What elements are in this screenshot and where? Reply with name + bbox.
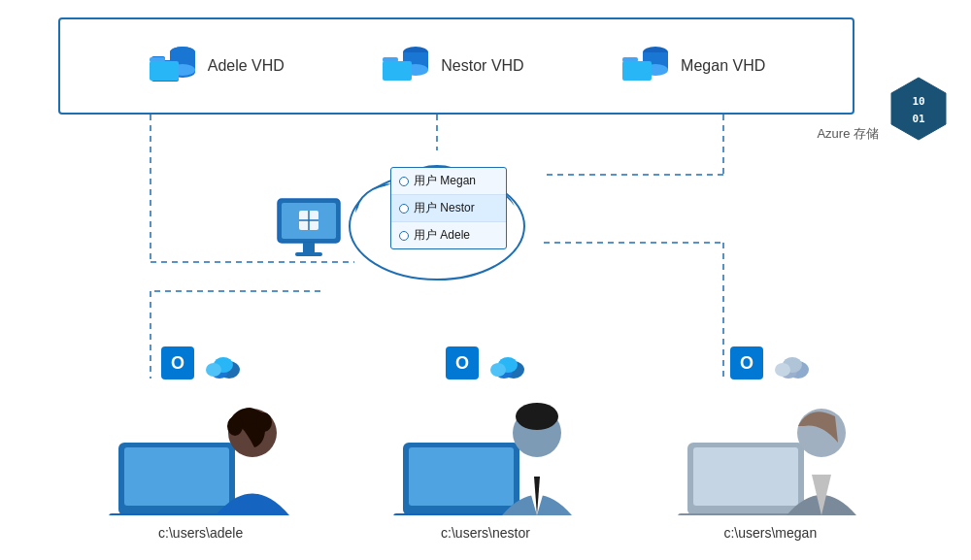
svg-text:O: O — [455, 353, 469, 373]
svg-point-59 — [256, 412, 272, 432]
svg-rect-17 — [278, 199, 340, 243]
svg-point-70 — [516, 403, 558, 430]
svg-rect-19 — [303, 243, 315, 252]
svg-point-65 — [490, 363, 506, 377]
onedrive-icon-nestor — [486, 352, 525, 379]
svg-marker-44 — [891, 78, 946, 140]
svg-point-76 — [775, 363, 790, 377]
adele-vhd-item: Adele VHD — [148, 45, 285, 87]
nestor-apps: O — [446, 346, 525, 379]
nestor-vhd-label: Nestor VHD — [441, 57, 523, 75]
outlook-icon-nestor: O — [446, 346, 479, 379]
megan-vhd-item: Megan VHD — [620, 45, 765, 87]
nestor-user-item: O — [379, 346, 592, 541]
svg-rect-21 — [299, 211, 318, 230]
user-dot-nestor — [399, 204, 409, 214]
megan-vhd-icon — [620, 45, 671, 87]
user-list-adele: 用户 Adele — [391, 222, 506, 248]
onedrive-icon-adele — [202, 352, 241, 379]
storage-box: Adele VHD Nestor VHD Megan VHD — [58, 17, 854, 115]
svg-rect-43 — [622, 61, 652, 81]
svg-point-52 — [206, 363, 221, 377]
nestor-vhd-icon — [381, 45, 431, 87]
nestor-path-label: c:\users\nestor — [441, 525, 530, 541]
svg-text:O: O — [740, 353, 753, 373]
nestor-vhd-item: Nestor VHD — [381, 45, 523, 87]
azure-hex-badge: 10 01 — [886, 76, 952, 142]
hex-svg: 10 01 — [886, 76, 952, 142]
svg-point-58 — [240, 408, 259, 425]
users-row: O — [0, 346, 971, 541]
megan-person-laptop — [678, 389, 862, 515]
nestor-person-laptop — [393, 389, 578, 515]
azure-storage-label: Azure 存储 — [817, 124, 879, 143]
adele-vhd-label: Adele VHD — [208, 57, 285, 75]
adele-apps: O — [161, 346, 241, 379]
adele-path-label: c:\users\adele — [158, 525, 243, 541]
onedrive-icon-megan — [771, 352, 810, 379]
user-list-box: 用户 Megan 用户 Nestor 用户 Adele — [390, 167, 507, 249]
svg-rect-18 — [282, 203, 336, 239]
megan-user-item: O c — [663, 346, 877, 541]
user-dot-megan — [399, 177, 409, 186]
svg-rect-20 — [295, 252, 322, 256]
svg-text:10: 10 — [912, 95, 924, 108]
outlook-icon-megan: O — [730, 346, 763, 379]
adele-person-laptop — [109, 389, 293, 515]
outlook-icon-adele: O — [161, 346, 194, 379]
svg-rect-33 — [150, 61, 179, 81]
svg-rect-67 — [409, 447, 514, 506]
svg-rect-78 — [693, 447, 798, 506]
user-dot-adele — [399, 231, 409, 241]
user-list-nestor: 用户 Nestor — [391, 195, 506, 222]
adele-vhd-icon — [148, 45, 198, 87]
user-list-megan: 用户 Megan — [391, 168, 506, 195]
svg-rect-38 — [383, 61, 412, 81]
megan-apps: O — [730, 346, 810, 379]
adele-user-item: O — [94, 346, 308, 541]
svg-text:O: O — [171, 353, 184, 373]
diagram-container: Adele VHD Nestor VHD Megan VHD — [0, 0, 971, 560]
svg-rect-54 — [124, 447, 229, 506]
svg-text:01: 01 — [912, 113, 925, 125]
megan-vhd-label: Megan VHD — [681, 57, 765, 75]
megan-path-label: c:\users\megan — [723, 525, 817, 541]
